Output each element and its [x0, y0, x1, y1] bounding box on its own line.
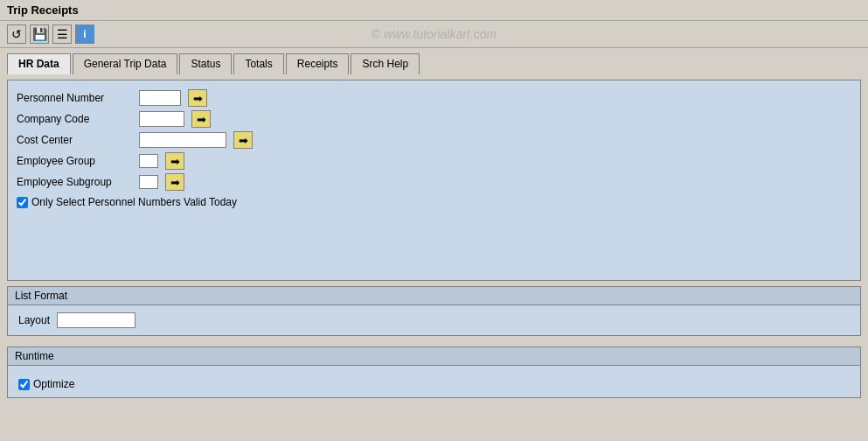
runtime-label: Runtime — [15, 350, 54, 362]
tab-hr-data[interactable]: HR Data — [7, 53, 71, 74]
valid-today-checkbox[interactable] — [17, 197, 28, 208]
personnel-number-arrow-btn[interactable]: ➡ — [188, 89, 207, 107]
cost-center-input[interactable] — [139, 132, 226, 148]
title-bar: Trip Receipts — [0, 0, 868, 21]
info-icon[interactable]: i — [75, 24, 94, 44]
find-icon[interactable]: ☰ — [52, 24, 72, 44]
optimize-checkbox[interactable] — [18, 379, 30, 390]
layout-label: Layout — [18, 314, 50, 326]
tab-status[interactable]: Status — [179, 53, 232, 74]
toolbar: ↺ 💾 ☰ i © www.tutorialkart.com — [0, 21, 868, 48]
save-icon[interactable]: 💾 — [30, 24, 49, 44]
runtime-body: Optimize — [8, 366, 860, 397]
valid-today-row: Only Select Personnel Numbers Valid Toda… — [17, 196, 851, 208]
list-format-body: Layout — [8, 305, 860, 335]
runtime-header: Runtime — [8, 347, 860, 366]
company-code-arrow-btn[interactable]: ➡ — [191, 110, 211, 128]
layout-row: Layout — [18, 312, 850, 328]
personnel-number-input[interactable] — [139, 90, 181, 106]
company-code-input[interactable] — [139, 111, 184, 127]
personnel-number-label: Personnel Number — [17, 92, 139, 104]
back-icon[interactable]: ↺ — [7, 24, 26, 44]
list-format-label: List Format — [15, 290, 67, 302]
employee-group-arrow-btn[interactable]: ➡ — [165, 152, 184, 170]
runtime-section: Runtime Optimize — [7, 346, 861, 398]
employee-subgroup-row: Employee Subgroup ➡ — [17, 173, 851, 191]
tab-general-trip-data[interactable]: General Trip Data — [73, 53, 178, 74]
main-content: HR Data General Trip Data Status Totals … — [0, 48, 868, 409]
employee-subgroup-arrow-btn[interactable]: ➡ — [165, 173, 184, 191]
cost-center-label: Cost Center — [17, 134, 139, 146]
tab-totals[interactable]: Totals — [233, 53, 283, 74]
list-format-header: List Format — [8, 287, 860, 305]
company-code-row: Company Code ➡ — [17, 110, 851, 128]
page-title: Trip Receipts — [7, 4, 79, 17]
company-code-label: Company Code — [17, 113, 139, 125]
tab-receipts[interactable]: Receipts — [286, 53, 350, 74]
valid-today-label: Only Select Personnel Numbers Valid Toda… — [31, 196, 237, 208]
optimize-row: Optimize — [18, 378, 850, 390]
hr-data-panel: Personnel Number ➡ Company Code ➡ Cost C… — [7, 80, 861, 281]
list-format-section: List Format Layout — [7, 286, 861, 336]
employee-group-row: Employee Group ➡ — [17, 152, 851, 170]
cost-center-row: Cost Center ➡ — [17, 131, 851, 149]
employee-subgroup-label: Employee Subgroup — [17, 176, 139, 188]
tab-bar: HR Data General Trip Data Status Totals … — [7, 53, 861, 74]
personnel-number-row: Personnel Number ➡ — [17, 89, 851, 107]
employee-group-label: Employee Group — [17, 155, 139, 167]
cost-center-arrow-btn[interactable]: ➡ — [233, 131, 253, 149]
tab-srch-help[interactable]: Srch Help — [351, 53, 420, 74]
optimize-label: Optimize — [33, 378, 74, 390]
watermark: © www.tutorialkart.com — [372, 27, 496, 41]
layout-input[interactable] — [57, 312, 135, 328]
employee-group-input[interactable] — [139, 154, 158, 168]
employee-subgroup-input[interactable] — [139, 175, 158, 189]
